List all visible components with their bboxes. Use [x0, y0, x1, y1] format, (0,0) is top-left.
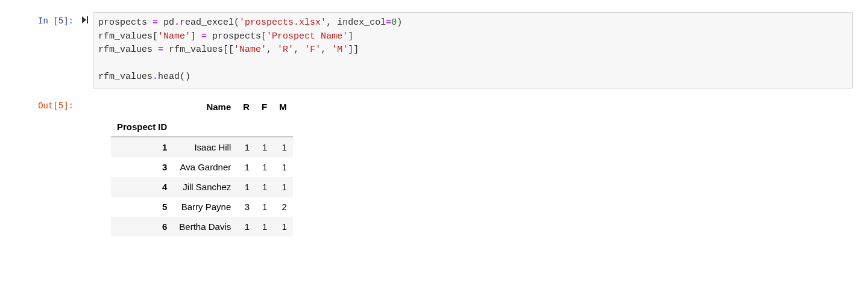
- code-token: .: [174, 17, 180, 28]
- row-index: 4: [111, 177, 173, 197]
- code-token: 'F': [304, 45, 321, 55]
- cell-f: 1: [256, 197, 273, 217]
- row-index: 1: [111, 137, 173, 157]
- run-cell-icon[interactable]: [78, 12, 93, 26]
- out-prompt: Out[5]:: [0, 97, 78, 111]
- code-token: .: [153, 72, 158, 82]
- blank-header: [173, 117, 237, 137]
- code-token: ]: [348, 31, 353, 42]
- cell-name: Isaac Hill: [173, 137, 237, 157]
- col-header: R: [237, 97, 256, 117]
- blank-header: [111, 97, 173, 117]
- code-token: ]]: [348, 45, 359, 55]
- cell-f: 1: [256, 177, 273, 197]
- cell-f: 1: [256, 157, 273, 177]
- cell-name: Jill Sanchez: [173, 177, 237, 197]
- cell-m: 1: [273, 137, 293, 157]
- blank-header: [273, 117, 293, 137]
- cell-m: 1: [273, 217, 293, 237]
- table-row: 4 Jill Sanchez 1 1 1: [111, 177, 293, 197]
- code-token: prospects[: [207, 31, 266, 42]
- output-area: Name R F M Prospect ID 1 Isaac Hill: [93, 97, 853, 237]
- code-token: ]: [190, 31, 201, 42]
- code-token: ): [397, 17, 402, 28]
- code-token: 'R': [277, 45, 294, 55]
- code-token: prospects: [98, 17, 153, 28]
- row-index: 5: [111, 197, 173, 217]
- code-token: ,: [321, 45, 332, 55]
- code-token: 'Name': [234, 45, 266, 55]
- row-index: 3: [111, 157, 173, 177]
- index-name-header: Prospect ID: [111, 117, 173, 137]
- col-header: F: [256, 97, 273, 117]
- code-token: 'Name': [158, 31, 190, 42]
- code-token: pd: [158, 17, 174, 28]
- out-icon-spacer: [78, 97, 93, 101]
- code-token: ,: [266, 45, 277, 55]
- code-token: =: [386, 17, 391, 28]
- code-token: head(): [158, 72, 190, 82]
- row-index: 6: [111, 217, 173, 237]
- table-row: 1 Isaac Hill 1 1 1: [111, 137, 293, 157]
- code-token: read_excel(: [180, 17, 239, 28]
- code-token: ,: [294, 45, 304, 55]
- table-row: 6 Bertha Davis 1 1 1: [111, 217, 293, 237]
- cell-name: Ava Gardner: [173, 157, 237, 177]
- code-token: 0: [391, 17, 397, 28]
- code-token: rfm_values: [98, 45, 158, 55]
- code-token: =: [201, 31, 207, 42]
- cell-m: 1: [273, 157, 293, 177]
- code-area: prospects = pd.read_excel('prospects.xls…: [93, 12, 853, 88]
- cell-r: 3: [237, 197, 256, 217]
- col-header: M: [273, 97, 293, 117]
- cell-name: Barry Payne: [173, 197, 237, 217]
- blank-header: [237, 117, 256, 137]
- code-token: 'Prospect Name': [266, 31, 348, 42]
- code-token: =: [158, 45, 163, 55]
- code-token: 'prospects.xlsx': [239, 17, 326, 28]
- cell-m: 1: [273, 177, 293, 197]
- cell-r: 1: [237, 157, 256, 177]
- cell-r: 1: [237, 217, 256, 237]
- code-token: =: [153, 17, 158, 28]
- in-prompt: In [5]:: [0, 12, 78, 26]
- code-token: , index_col: [326, 17, 386, 28]
- cell-r: 1: [237, 137, 256, 157]
- cell-name: Bertha Davis: [173, 217, 237, 237]
- col-header: Name: [173, 97, 237, 117]
- cell-m: 2: [273, 197, 293, 217]
- code-input[interactable]: prospects = pd.read_excel('prospects.xls…: [93, 12, 853, 88]
- input-cell: In [5]: prospects = pd.read_excel('prosp…: [0, 12, 868, 88]
- cell-f: 1: [256, 217, 273, 237]
- cell-r: 1: [237, 177, 256, 197]
- output-cell: Out[5]: Name R F M Prospect ID: [0, 97, 868, 237]
- blank-header: [256, 117, 273, 137]
- code-token: 'M': [332, 45, 348, 55]
- cell-f: 1: [256, 137, 273, 157]
- dataframe-table: Name R F M Prospect ID 1 Isaac Hill: [111, 97, 293, 237]
- code-token: rfm_values[[: [163, 45, 234, 55]
- code-token: rfm_values: [98, 72, 153, 82]
- table-row: 5 Barry Payne 3 1 2: [111, 197, 293, 217]
- code-token: rfm_values[: [98, 31, 158, 42]
- table-row: 3 Ava Gardner 1 1 1: [111, 157, 293, 177]
